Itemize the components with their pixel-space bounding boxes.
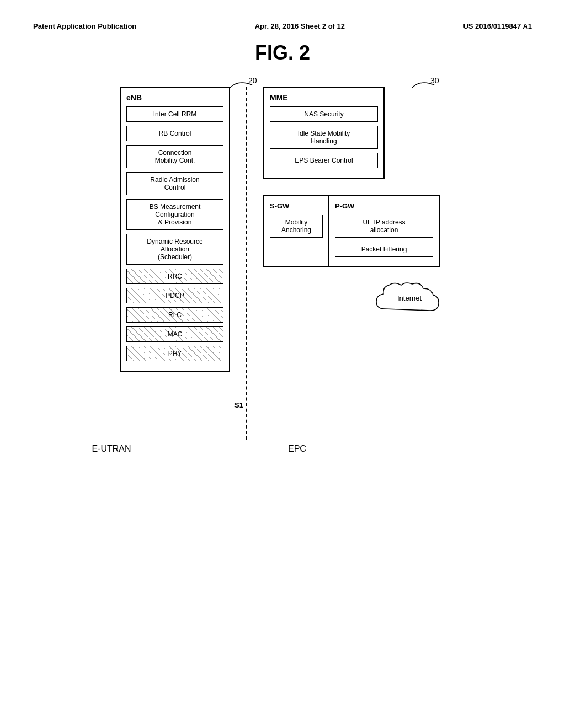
main-row: eNB Inter Cell RRM RB Control Connection…: [120, 87, 445, 440]
eps-bearer-box: EPS Bearer Control: [270, 153, 378, 168]
epc-label: EPC: [288, 444, 306, 454]
connection-mobility-box: ConnectionMobility Cont.: [126, 145, 223, 168]
sgw-pgw-row: S-GW MobilityAnchoring P-GW UE IP addres…: [263, 195, 445, 267]
mobility-anchoring-box: MobilityAnchoring: [270, 215, 323, 238]
idle-state-box: Idle State MobilityHandling: [270, 126, 378, 149]
packet-filtering-box: Packet Filtering: [335, 242, 433, 257]
nas-security-box: NAS Security: [270, 106, 378, 122]
s1-dashed-line: [246, 87, 247, 440]
enb-container: eNB Inter Cell RRM RB Control Connection…: [120, 87, 230, 372]
inter-cell-rrm-box: Inter Cell RRM: [126, 106, 223, 122]
s1-area: S1: [230, 87, 263, 440]
ue-ip-box: UE IP addressallocation: [335, 215, 433, 238]
mac-box: MAC: [126, 326, 223, 342]
eutran-label: E-UTRAN: [56, 444, 167, 454]
rrc-box: RRC: [126, 269, 223, 284]
pgw-container: P-GW UE IP addressallocation Packet Filt…: [329, 195, 440, 267]
right-column: 30 MME NAS Security Idle State MobilityH…: [263, 87, 445, 325]
s1-label: S1: [234, 401, 243, 409]
diagram-wrapper: eNB Inter Cell RRM RB Control Connection…: [33, 87, 532, 454]
mme-label: MME: [270, 93, 378, 102]
rb-control-box: RB Control: [126, 126, 223, 141]
figure-title: FIG. 2: [33, 41, 532, 65]
internet-area: Internet: [374, 279, 445, 325]
svg-text:20: 20: [248, 77, 257, 85]
page-header: Patent Application Publication Apr. 28, …: [33, 22, 532, 30]
dynamic-resource-box: Dynamic ResourceAllocation(Scheduler): [126, 234, 223, 265]
enb-label: eNB: [126, 93, 223, 102]
header-middle: Apr. 28, 2016 Sheet 2 of 12: [255, 22, 345, 30]
sgw-container: S-GW MobilityAnchoring: [263, 195, 329, 267]
rlc-box: RLC: [126, 307, 223, 323]
sgw-label: S-GW: [270, 202, 323, 210]
radio-admission-box: Radio AdmissionControl: [126, 172, 223, 195]
ref-30: 30: [409, 77, 443, 92]
bottom-labels-row: E-UTRAN EPC: [56, 444, 509, 454]
svg-text:30: 30: [430, 77, 439, 85]
page: Patent Application Publication Apr. 28, …: [0, 0, 565, 728]
bs-measurement-box: BS MeasurementConfiguration& Provision: [126, 199, 223, 230]
header-right: US 2016/0119847 A1: [463, 22, 532, 30]
phy-box: PHY: [126, 346, 223, 361]
pgw-label: P-GW: [335, 202, 433, 210]
pdcp-box: PDCP: [126, 288, 223, 303]
internet-label: Internet: [397, 294, 422, 302]
mme-container: MME NAS Security Idle State MobilityHand…: [263, 87, 385, 179]
header-left: Patent Application Publication: [33, 22, 136, 30]
